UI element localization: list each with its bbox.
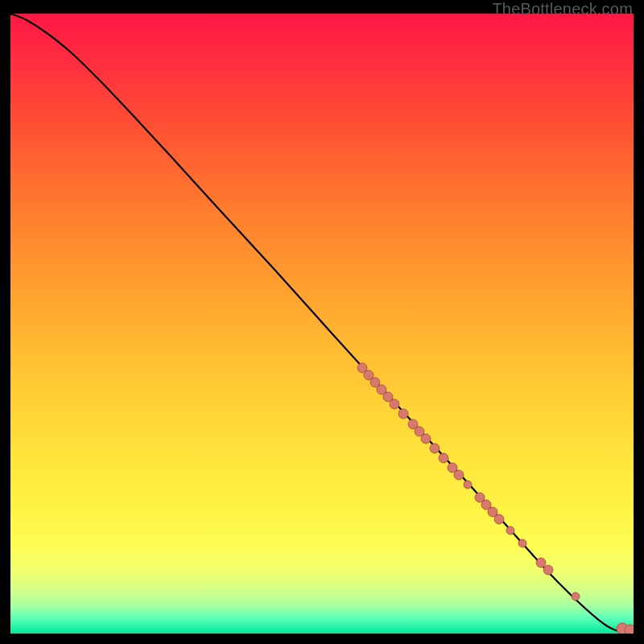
chart-point [536, 558, 546, 568]
chart-point [506, 526, 514, 535]
watermark-text: TheBottleneck.com [492, 0, 633, 19]
chart-points [357, 363, 634, 634]
chart-point [494, 514, 504, 524]
chart-point [421, 434, 431, 444]
chart-point [454, 470, 464, 480]
chart-curve [10, 14, 634, 634]
chart-point [464, 481, 472, 489]
chart-plot-area [10, 14, 634, 634]
chart-point [398, 409, 408, 419]
chart-point [543, 565, 553, 575]
chart-point [430, 444, 440, 453]
chart-point [572, 592, 580, 601]
chart-point [518, 539, 526, 547]
chart-point [439, 453, 448, 463]
chart-overlay [10, 14, 634, 634]
chart-point [390, 399, 399, 409]
